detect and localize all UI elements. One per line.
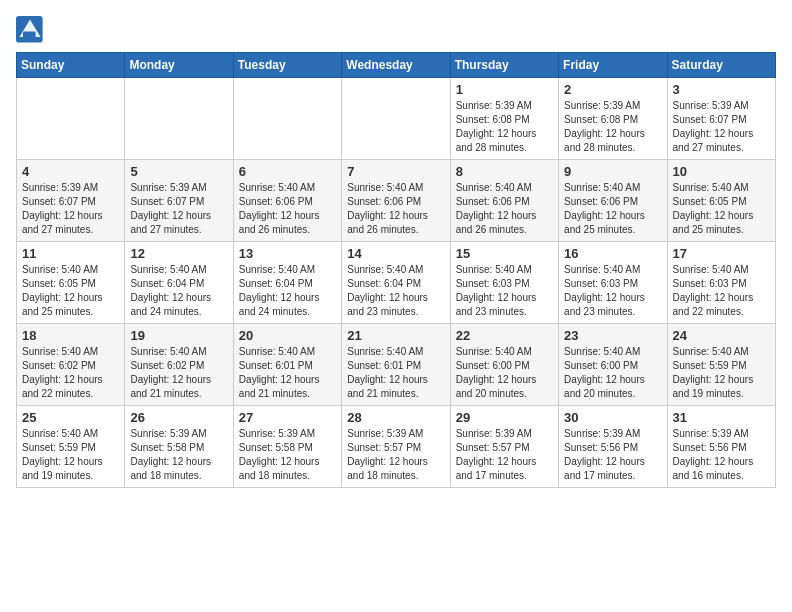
day-number: 11 xyxy=(22,246,119,261)
day-info: Sunrise: 5:40 AM Sunset: 6:03 PM Dayligh… xyxy=(456,263,553,319)
calendar-cell: 2Sunrise: 5:39 AM Sunset: 6:08 PM Daylig… xyxy=(559,78,667,160)
calendar-cell: 4Sunrise: 5:39 AM Sunset: 6:07 PM Daylig… xyxy=(17,160,125,242)
day-number: 13 xyxy=(239,246,336,261)
day-number: 30 xyxy=(564,410,661,425)
day-info: Sunrise: 5:40 AM Sunset: 6:06 PM Dayligh… xyxy=(347,181,444,237)
calendar-body: 1Sunrise: 5:39 AM Sunset: 6:08 PM Daylig… xyxy=(17,78,776,488)
calendar-cell: 16Sunrise: 5:40 AM Sunset: 6:03 PM Dayli… xyxy=(559,242,667,324)
calendar-cell: 6Sunrise: 5:40 AM Sunset: 6:06 PM Daylig… xyxy=(233,160,341,242)
calendar-cell: 1Sunrise: 5:39 AM Sunset: 6:08 PM Daylig… xyxy=(450,78,558,160)
calendar-week-1: 1Sunrise: 5:39 AM Sunset: 6:08 PM Daylig… xyxy=(17,78,776,160)
weekday-header-wednesday: Wednesday xyxy=(342,53,450,78)
day-info: Sunrise: 5:39 AM Sunset: 6:08 PM Dayligh… xyxy=(456,99,553,155)
calendar-week-3: 11Sunrise: 5:40 AM Sunset: 6:05 PM Dayli… xyxy=(17,242,776,324)
calendar-cell: 25Sunrise: 5:40 AM Sunset: 5:59 PM Dayli… xyxy=(17,406,125,488)
day-number: 19 xyxy=(130,328,227,343)
day-info: Sunrise: 5:40 AM Sunset: 5:59 PM Dayligh… xyxy=(22,427,119,483)
calendar-cell xyxy=(17,78,125,160)
calendar-cell: 20Sunrise: 5:40 AM Sunset: 6:01 PM Dayli… xyxy=(233,324,341,406)
calendar-cell: 24Sunrise: 5:40 AM Sunset: 5:59 PM Dayli… xyxy=(667,324,775,406)
calendar-cell: 3Sunrise: 5:39 AM Sunset: 6:07 PM Daylig… xyxy=(667,78,775,160)
calendar-cell: 30Sunrise: 5:39 AM Sunset: 5:56 PM Dayli… xyxy=(559,406,667,488)
day-info: Sunrise: 5:40 AM Sunset: 6:04 PM Dayligh… xyxy=(130,263,227,319)
page-header xyxy=(16,16,776,44)
day-info: Sunrise: 5:39 AM Sunset: 6:07 PM Dayligh… xyxy=(673,99,770,155)
calendar-cell: 7Sunrise: 5:40 AM Sunset: 6:06 PM Daylig… xyxy=(342,160,450,242)
calendar-cell: 15Sunrise: 5:40 AM Sunset: 6:03 PM Dayli… xyxy=(450,242,558,324)
day-number: 22 xyxy=(456,328,553,343)
day-info: Sunrise: 5:40 AM Sunset: 6:06 PM Dayligh… xyxy=(239,181,336,237)
calendar-cell: 31Sunrise: 5:39 AM Sunset: 5:56 PM Dayli… xyxy=(667,406,775,488)
calendar-cell: 19Sunrise: 5:40 AM Sunset: 6:02 PM Dayli… xyxy=(125,324,233,406)
calendar-cell: 22Sunrise: 5:40 AM Sunset: 6:00 PM Dayli… xyxy=(450,324,558,406)
calendar-cell: 23Sunrise: 5:40 AM Sunset: 6:00 PM Dayli… xyxy=(559,324,667,406)
weekday-header-saturday: Saturday xyxy=(667,53,775,78)
calendar-cell: 5Sunrise: 5:39 AM Sunset: 6:07 PM Daylig… xyxy=(125,160,233,242)
weekday-header-monday: Monday xyxy=(125,53,233,78)
day-info: Sunrise: 5:39 AM Sunset: 6:07 PM Dayligh… xyxy=(130,181,227,237)
calendar-cell: 21Sunrise: 5:40 AM Sunset: 6:01 PM Dayli… xyxy=(342,324,450,406)
day-info: Sunrise: 5:39 AM Sunset: 5:57 PM Dayligh… xyxy=(456,427,553,483)
day-number: 12 xyxy=(130,246,227,261)
day-number: 4 xyxy=(22,164,119,179)
calendar-cell: 28Sunrise: 5:39 AM Sunset: 5:57 PM Dayli… xyxy=(342,406,450,488)
day-number: 28 xyxy=(347,410,444,425)
day-info: Sunrise: 5:40 AM Sunset: 6:03 PM Dayligh… xyxy=(564,263,661,319)
day-number: 14 xyxy=(347,246,444,261)
day-number: 16 xyxy=(564,246,661,261)
day-number: 3 xyxy=(673,82,770,97)
day-number: 10 xyxy=(673,164,770,179)
day-info: Sunrise: 5:40 AM Sunset: 6:05 PM Dayligh… xyxy=(673,181,770,237)
day-info: Sunrise: 5:40 AM Sunset: 6:04 PM Dayligh… xyxy=(347,263,444,319)
day-number: 7 xyxy=(347,164,444,179)
day-number: 1 xyxy=(456,82,553,97)
day-number: 8 xyxy=(456,164,553,179)
calendar-cell xyxy=(125,78,233,160)
calendar-cell: 8Sunrise: 5:40 AM Sunset: 6:06 PM Daylig… xyxy=(450,160,558,242)
calendar-cell xyxy=(342,78,450,160)
weekday-header-tuesday: Tuesday xyxy=(233,53,341,78)
day-number: 2 xyxy=(564,82,661,97)
day-info: Sunrise: 5:39 AM Sunset: 5:56 PM Dayligh… xyxy=(673,427,770,483)
day-info: Sunrise: 5:40 AM Sunset: 6:05 PM Dayligh… xyxy=(22,263,119,319)
calendar-week-4: 18Sunrise: 5:40 AM Sunset: 6:02 PM Dayli… xyxy=(17,324,776,406)
calendar-cell: 13Sunrise: 5:40 AM Sunset: 6:04 PM Dayli… xyxy=(233,242,341,324)
calendar-cell: 29Sunrise: 5:39 AM Sunset: 5:57 PM Dayli… xyxy=(450,406,558,488)
weekday-header-row: SundayMondayTuesdayWednesdayThursdayFrid… xyxy=(17,53,776,78)
calendar-cell: 17Sunrise: 5:40 AM Sunset: 6:03 PM Dayli… xyxy=(667,242,775,324)
weekday-header-friday: Friday xyxy=(559,53,667,78)
calendar-week-2: 4Sunrise: 5:39 AM Sunset: 6:07 PM Daylig… xyxy=(17,160,776,242)
logo-icon xyxy=(16,16,44,44)
day-info: Sunrise: 5:40 AM Sunset: 5:59 PM Dayligh… xyxy=(673,345,770,401)
day-info: Sunrise: 5:39 AM Sunset: 6:07 PM Dayligh… xyxy=(22,181,119,237)
day-info: Sunrise: 5:39 AM Sunset: 5:56 PM Dayligh… xyxy=(564,427,661,483)
day-number: 31 xyxy=(673,410,770,425)
day-info: Sunrise: 5:40 AM Sunset: 6:06 PM Dayligh… xyxy=(564,181,661,237)
calendar-cell: 14Sunrise: 5:40 AM Sunset: 6:04 PM Dayli… xyxy=(342,242,450,324)
day-info: Sunrise: 5:40 AM Sunset: 6:02 PM Dayligh… xyxy=(22,345,119,401)
day-number: 21 xyxy=(347,328,444,343)
day-number: 29 xyxy=(456,410,553,425)
calendar-cell: 9Sunrise: 5:40 AM Sunset: 6:06 PM Daylig… xyxy=(559,160,667,242)
day-info: Sunrise: 5:39 AM Sunset: 6:08 PM Dayligh… xyxy=(564,99,661,155)
calendar-cell: 26Sunrise: 5:39 AM Sunset: 5:58 PM Dayli… xyxy=(125,406,233,488)
weekday-header-thursday: Thursday xyxy=(450,53,558,78)
day-info: Sunrise: 5:40 AM Sunset: 6:00 PM Dayligh… xyxy=(564,345,661,401)
calendar-cell: 12Sunrise: 5:40 AM Sunset: 6:04 PM Dayli… xyxy=(125,242,233,324)
day-number: 9 xyxy=(564,164,661,179)
logo xyxy=(16,16,48,44)
day-number: 25 xyxy=(22,410,119,425)
day-info: Sunrise: 5:40 AM Sunset: 6:01 PM Dayligh… xyxy=(239,345,336,401)
day-info: Sunrise: 5:40 AM Sunset: 6:02 PM Dayligh… xyxy=(130,345,227,401)
calendar-cell xyxy=(233,78,341,160)
day-number: 20 xyxy=(239,328,336,343)
calendar-cell: 18Sunrise: 5:40 AM Sunset: 6:02 PM Dayli… xyxy=(17,324,125,406)
day-number: 15 xyxy=(456,246,553,261)
day-info: Sunrise: 5:40 AM Sunset: 6:03 PM Dayligh… xyxy=(673,263,770,319)
day-number: 26 xyxy=(130,410,227,425)
calendar-cell: 11Sunrise: 5:40 AM Sunset: 6:05 PM Dayli… xyxy=(17,242,125,324)
calendar-header: SundayMondayTuesdayWednesdayThursdayFrid… xyxy=(17,53,776,78)
day-number: 17 xyxy=(673,246,770,261)
day-number: 18 xyxy=(22,328,119,343)
day-number: 5 xyxy=(130,164,227,179)
